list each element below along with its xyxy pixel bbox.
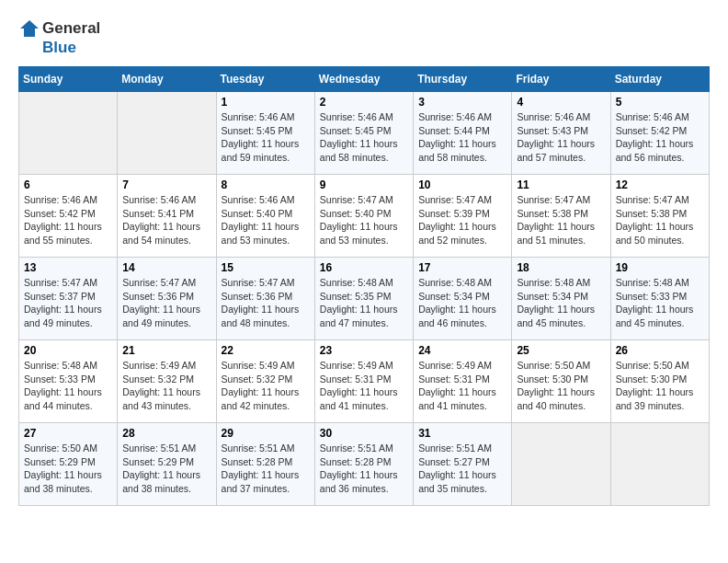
logo-general: General [42,19,100,38]
day-number: 24 [418,344,506,357]
calendar-cell: 11Sunrise: 5:47 AMSunset: 5:38 PMDayligh… [512,175,610,258]
day-number: 8 [222,178,310,191]
calendar-cell: 13Sunrise: 5:47 AMSunset: 5:37 PMDayligh… [19,258,118,340]
calendar-cell: 6Sunrise: 5:46 AMSunset: 5:42 PMDaylight… [19,175,118,258]
day-info: Sunrise: 5:48 AMSunset: 5:33 PMDaylight:… [24,359,112,413]
calendar-cell: 20Sunrise: 5:48 AMSunset: 5:33 PMDayligh… [19,340,118,423]
calendar-cell [610,423,709,506]
day-info: Sunrise: 5:48 AMSunset: 5:35 PMDaylight:… [320,276,408,330]
calendar-cell: 22Sunrise: 5:49 AMSunset: 5:32 PMDayligh… [216,340,314,423]
week-row-4: 20Sunrise: 5:48 AMSunset: 5:33 PMDayligh… [19,340,710,423]
header-day-thursday: Thursday [414,67,512,92]
header-day-sunday: Sunday [19,67,118,92]
day-number: 3 [418,96,506,109]
day-info: Sunrise: 5:46 AMSunset: 5:42 PMDaylight:… [616,110,704,165]
calendar-cell: 15Sunrise: 5:47 AMSunset: 5:36 PMDayligh… [216,258,314,340]
day-info: Sunrise: 5:46 AMSunset: 5:45 PMDaylight:… [222,110,310,165]
day-info: Sunrise: 5:47 AMSunset: 5:40 PMDaylight:… [320,193,408,247]
calendar-cell: 24Sunrise: 5:49 AMSunset: 5:31 PMDayligh… [414,340,512,423]
day-info: Sunrise: 5:48 AMSunset: 5:33 PMDaylight:… [616,276,704,330]
header-day-friday: Friday [512,67,610,92]
calendar-cell: 28Sunrise: 5:51 AMSunset: 5:29 PMDayligh… [118,423,216,506]
calendar-cell: 10Sunrise: 5:47 AMSunset: 5:39 PMDayligh… [414,175,512,258]
day-number: 22 [222,344,310,357]
day-number: 31 [418,427,506,440]
day-info: Sunrise: 5:50 AMSunset: 5:29 PMDaylight:… [24,442,112,496]
calendar-cell [512,423,610,506]
day-number: 1 [222,96,310,109]
day-number: 21 [122,344,210,357]
calendar-table: SundayMondayTuesdayWednesdayThursdayFrid… [18,66,710,506]
calendar-cell: 18Sunrise: 5:48 AMSunset: 5:34 PMDayligh… [512,258,610,340]
week-row-2: 6Sunrise: 5:46 AMSunset: 5:42 PMDaylight… [19,175,710,258]
svg-marker-0 [20,20,39,37]
day-info: Sunrise: 5:46 AMSunset: 5:45 PMDaylight:… [320,110,408,165]
calendar-cell: 27Sunrise: 5:50 AMSunset: 5:29 PMDayligh… [19,423,118,506]
header-day-monday: Monday [118,67,216,92]
day-info: Sunrise: 5:49 AMSunset: 5:32 PMDaylight:… [122,359,210,413]
day-info: Sunrise: 5:46 AMSunset: 5:41 PMDaylight:… [122,193,210,247]
calendar-cell [118,92,216,175]
page-header: General Blue [18,18,710,57]
header-day-saturday: Saturday [610,67,709,92]
calendar-cell [19,92,118,175]
calendar-cell: 26Sunrise: 5:50 AMSunset: 5:30 PMDayligh… [610,340,709,423]
day-number: 19 [616,261,704,274]
day-number: 14 [122,261,210,274]
day-number: 26 [616,344,704,357]
calendar-cell: 30Sunrise: 5:51 AMSunset: 5:28 PMDayligh… [314,423,413,506]
week-row-1: 1Sunrise: 5:46 AMSunset: 5:45 PMDaylight… [19,92,710,175]
day-info: Sunrise: 5:46 AMSunset: 5:43 PMDaylight:… [517,110,605,165]
day-number: 9 [320,178,408,191]
day-info: Sunrise: 5:47 AMSunset: 5:36 PMDaylight:… [122,276,210,330]
day-number: 4 [517,96,605,109]
logo-blue: Blue [42,39,76,57]
calendar-cell: 12Sunrise: 5:47 AMSunset: 5:38 PMDayligh… [610,175,709,258]
day-info: Sunrise: 5:49 AMSunset: 5:32 PMDaylight:… [222,359,310,413]
day-info: Sunrise: 5:51 AMSunset: 5:29 PMDaylight:… [122,442,210,496]
day-number: 15 [222,261,310,274]
calendar-cell: 25Sunrise: 5:50 AMSunset: 5:30 PMDayligh… [512,340,610,423]
day-number: 17 [418,261,506,274]
header-row: SundayMondayTuesdayWednesdayThursdayFrid… [19,67,710,92]
calendar-cell: 5Sunrise: 5:46 AMSunset: 5:42 PMDaylight… [610,92,709,175]
day-number: 25 [517,344,605,357]
day-info: Sunrise: 5:51 AMSunset: 5:27 PMDaylight:… [418,442,506,496]
day-info: Sunrise: 5:47 AMSunset: 5:39 PMDaylight:… [418,193,506,247]
day-info: Sunrise: 5:47 AMSunset: 5:37 PMDaylight:… [24,276,112,330]
calendar-cell: 9Sunrise: 5:47 AMSunset: 5:40 PMDaylight… [314,175,413,258]
header-day-tuesday: Tuesday [216,67,314,92]
day-number: 10 [418,178,506,191]
day-info: Sunrise: 5:50 AMSunset: 5:30 PMDaylight:… [517,359,605,413]
day-info: Sunrise: 5:47 AMSunset: 5:38 PMDaylight:… [517,193,605,247]
calendar-cell: 19Sunrise: 5:48 AMSunset: 5:33 PMDayligh… [610,258,709,340]
calendar-cell: 21Sunrise: 5:49 AMSunset: 5:32 PMDayligh… [118,340,216,423]
calendar-cell: 2Sunrise: 5:46 AMSunset: 5:45 PMDaylight… [314,92,413,175]
header-day-wednesday: Wednesday [314,67,413,92]
day-info: Sunrise: 5:47 AMSunset: 5:36 PMDaylight:… [222,276,310,330]
day-number: 27 [24,427,112,440]
calendar-cell: 3Sunrise: 5:46 AMSunset: 5:44 PMDaylight… [414,92,512,175]
calendar-cell: 4Sunrise: 5:46 AMSunset: 5:43 PMDaylight… [512,92,610,175]
calendar-cell: 16Sunrise: 5:48 AMSunset: 5:35 PMDayligh… [314,258,413,340]
calendar-cell: 23Sunrise: 5:49 AMSunset: 5:31 PMDayligh… [314,340,413,423]
day-number: 20 [24,344,112,357]
calendar-cell: 8Sunrise: 5:46 AMSunset: 5:40 PMDaylight… [216,175,314,258]
day-info: Sunrise: 5:51 AMSunset: 5:28 PMDaylight:… [320,442,408,496]
day-number: 18 [517,261,605,274]
day-info: Sunrise: 5:51 AMSunset: 5:28 PMDaylight:… [222,442,310,496]
week-row-5: 27Sunrise: 5:50 AMSunset: 5:29 PMDayligh… [19,423,710,506]
day-number: 29 [222,427,310,440]
day-number: 12 [616,178,704,191]
day-number: 30 [320,427,408,440]
calendar-cell: 17Sunrise: 5:48 AMSunset: 5:34 PMDayligh… [414,258,512,340]
logo: General Blue [18,18,100,57]
day-number: 5 [616,96,704,109]
day-number: 6 [24,178,112,191]
day-info: Sunrise: 5:48 AMSunset: 5:34 PMDaylight:… [517,276,605,330]
day-info: Sunrise: 5:50 AMSunset: 5:30 PMDaylight:… [616,359,704,413]
week-row-3: 13Sunrise: 5:47 AMSunset: 5:37 PMDayligh… [19,258,710,340]
day-info: Sunrise: 5:48 AMSunset: 5:34 PMDaylight:… [418,276,506,330]
day-number: 7 [122,178,210,191]
calendar-cell: 14Sunrise: 5:47 AMSunset: 5:36 PMDayligh… [118,258,216,340]
